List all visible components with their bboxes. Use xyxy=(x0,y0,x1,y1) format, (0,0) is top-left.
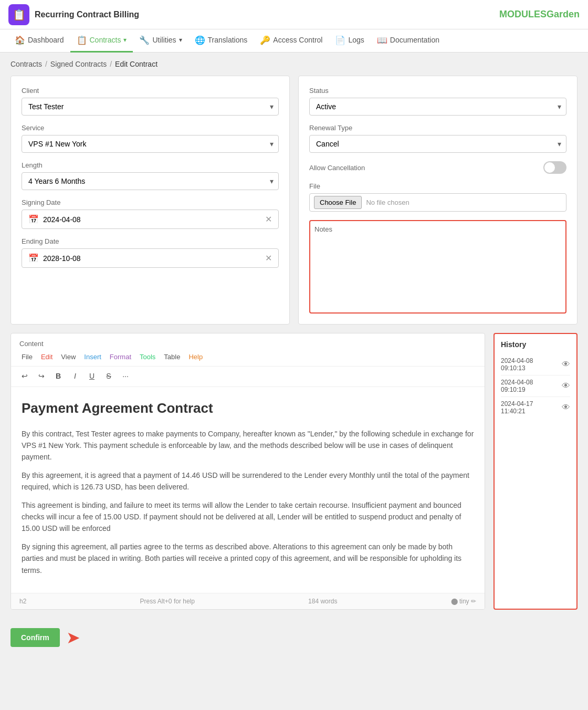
nav-item-contracts[interactable]: 📋 Contracts ▾ xyxy=(70,29,133,53)
menu-file[interactable]: File xyxy=(17,351,37,363)
redo-button[interactable]: ↪ xyxy=(34,369,49,383)
utilities-icon: 🔧 xyxy=(139,35,150,45)
service-select[interactable]: VPS #1 New York xyxy=(22,135,279,153)
breadcrumb: Contracts / Signed Contracts / Edit Cont… xyxy=(0,53,588,76)
breadcrumb-contracts[interactable]: Contracts xyxy=(10,60,42,68)
file-name-display: No file chosen xyxy=(366,199,409,206)
format-label: h2 xyxy=(19,598,26,605)
form-row-top: Client Test Tester Service VPS #1 New Yo… xyxy=(10,76,578,325)
menu-table[interactable]: Table xyxy=(160,351,184,363)
history-view-3[interactable]: 👁 xyxy=(562,403,570,412)
editor-menubar: File Edit View Insert Format Tools Table… xyxy=(11,348,485,367)
ending-date-clear[interactable]: ✕ xyxy=(265,253,272,263)
length-group: Length 4 Years 6 Months xyxy=(22,161,279,190)
nav-item-dashboard[interactable]: 🏠 Dashboard xyxy=(8,29,70,53)
more-button[interactable]: ··· xyxy=(118,369,133,383)
service-group: Service VPS #1 New York xyxy=(22,124,279,153)
content-label: Content xyxy=(11,333,485,348)
confirm-bar: Confirm ➤ xyxy=(0,620,588,655)
service-select-wrapper: VPS #1 New York xyxy=(22,135,279,153)
history-item-1: 2024-04-08 09:10:13 👁 xyxy=(501,354,570,375)
editor-content[interactable]: Payment Agreement Contract By this contr… xyxy=(11,387,485,593)
signing-date-clear[interactable]: ✕ xyxy=(265,214,272,224)
menu-help[interactable]: Help xyxy=(184,351,207,363)
renewal-type-select-wrapper: Cancel xyxy=(309,135,566,153)
status-group: Status Active xyxy=(309,87,566,116)
documentation-icon: 📖 xyxy=(377,35,387,45)
allow-cancellation-wrapper: Allow Cancellation xyxy=(309,161,566,174)
brand-green: Garden xyxy=(547,9,580,19)
strikethrough-button[interactable]: S xyxy=(101,369,116,383)
access-control-icon: 🔑 xyxy=(260,35,270,45)
main-content: Client Test Tester Service VPS #1 New Yo… xyxy=(0,76,588,620)
editor-toolbar: ↩ ↪ B I U S ··· xyxy=(11,367,485,387)
home-icon: 🏠 xyxy=(15,35,25,45)
editor-para-4: By signing this agreement, all parties a… xyxy=(22,541,474,576)
breadcrumb-signed-contracts[interactable]: Signed Contracts xyxy=(50,60,107,68)
history-date-3: 2024-04-17 11:40:21 xyxy=(501,400,533,415)
italic-button[interactable]: I xyxy=(68,369,82,383)
nav-label-documentation: Documentation xyxy=(390,36,439,44)
history-view-1[interactable]: 👁 xyxy=(562,360,570,369)
ending-date-input[interactable] xyxy=(43,254,261,263)
nav-label-contracts: Contracts xyxy=(90,36,121,44)
signing-date-group: Signing Date 📅 ✕ xyxy=(22,199,279,229)
file-input-wrapper: Choose File No file chosen xyxy=(309,193,566,212)
history-date-1: 2024-04-08 09:10:13 xyxy=(501,357,533,372)
signing-date-label: Signing Date xyxy=(22,199,279,206)
length-select[interactable]: 4 Years 6 Months xyxy=(22,172,279,190)
arrow-right-icon: ➤ xyxy=(66,628,80,648)
allow-cancellation-label: Allow Cancellation xyxy=(309,164,365,172)
utilities-chevron-icon: ▾ xyxy=(179,36,182,44)
notes-label: Notes xyxy=(312,223,563,233)
ending-date-wrapper: 📅 ✕ xyxy=(22,248,279,268)
renewal-type-select[interactable]: Cancel xyxy=(309,135,566,153)
nav-item-documentation[interactable]: 📖 Documentation xyxy=(371,29,446,53)
nav-label-utilities: Utilities xyxy=(152,36,176,44)
nav-label-dashboard: Dashboard xyxy=(28,36,64,44)
client-label: Client xyxy=(22,87,279,95)
editor-para-1: By this contract, Test Tester agrees to … xyxy=(22,428,474,463)
editor-footer: h2 Press Alt+0 for help 184 words ⬤ tiny… xyxy=(11,593,485,609)
bold-button[interactable]: B xyxy=(51,369,66,383)
menu-format[interactable]: Format xyxy=(106,351,135,363)
underline-button[interactable]: U xyxy=(85,369,99,383)
calendar-icon-ending: 📅 xyxy=(28,253,39,263)
history-view-2[interactable]: 👁 xyxy=(562,381,570,391)
notes-wrapper: Notes xyxy=(309,220,566,314)
top-bar: 📋 Recurring Contract Billing MODULESGard… xyxy=(0,0,588,29)
confirm-button[interactable]: Confirm xyxy=(10,628,60,647)
undo-button[interactable]: ↩ xyxy=(17,369,32,383)
left-panel: Client Test Tester Service VPS #1 New Yo… xyxy=(10,76,290,325)
signing-date-input[interactable] xyxy=(43,215,261,224)
editor-hint: Press Alt+0 for help xyxy=(140,598,195,605)
tiny-icon: ⬤ xyxy=(451,598,458,605)
nav-item-utilities[interactable]: 🔧 Utilities ▾ xyxy=(133,29,188,53)
nav-item-access-control[interactable]: 🔑 Access Control xyxy=(254,29,329,53)
signing-date-wrapper: 📅 ✕ xyxy=(22,210,279,229)
nav-item-translations[interactable]: 🌐 Translations xyxy=(188,29,254,53)
edit-icon[interactable]: ✏ xyxy=(471,598,476,605)
main-nav: 🏠 Dashboard 📋 Contracts ▾ 🔧 Utilities ▾ … xyxy=(0,29,588,53)
menu-view[interactable]: View xyxy=(57,351,80,363)
file-label: File xyxy=(309,182,566,190)
notes-textarea[interactable] xyxy=(312,235,563,309)
length-select-wrapper: 4 Years 6 Months xyxy=(22,172,279,190)
brand-logo: MODULESGarden xyxy=(499,9,580,20)
contracts-icon: 📋 xyxy=(77,35,87,45)
client-select[interactable]: Test Tester xyxy=(22,98,279,116)
word-count: 184 words xyxy=(308,598,337,605)
status-select[interactable]: Active xyxy=(309,98,566,116)
ending-date-group: Ending Date 📅 ✕ xyxy=(22,237,279,268)
menu-tools[interactable]: Tools xyxy=(135,351,160,363)
menu-insert[interactable]: Insert xyxy=(80,351,106,363)
nav-item-logs[interactable]: 📄 Logs xyxy=(329,29,370,53)
choose-file-button[interactable]: Choose File xyxy=(314,196,362,209)
right-panel: Status Active Renewal Type Cancel Allow xyxy=(298,76,578,325)
status-label: Status xyxy=(309,87,566,95)
history-date-2: 2024-04-08 09:10:19 xyxy=(501,379,533,393)
menu-edit[interactable]: Edit xyxy=(37,351,57,363)
editor-para-3: This agreement is binding, and failure t… xyxy=(22,499,474,535)
allow-cancellation-toggle[interactable] xyxy=(543,161,566,174)
file-group: File Choose File No file chosen xyxy=(309,182,566,212)
